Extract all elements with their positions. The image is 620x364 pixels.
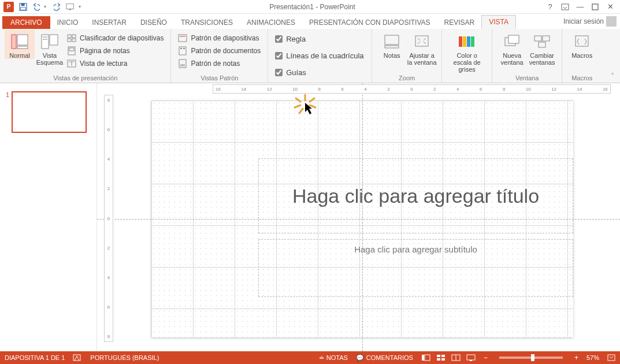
fit-to-window-icon[interactable] xyxy=(607,354,615,361)
undo-icon[interactable] xyxy=(31,2,40,12)
notes-button[interactable]: Notas xyxy=(377,30,407,59)
zoom-out-button[interactable]: − xyxy=(484,354,488,362)
svg-rect-53 xyxy=(437,358,440,361)
fit-window-button[interactable]: Ajustar a la ventana xyxy=(407,30,437,66)
group-label-macros: Macros xyxy=(567,73,597,83)
normal-view-button[interactable]: Normal xyxy=(5,30,35,59)
language-indicator[interactable]: PORTUGUÉS (BRASIL) xyxy=(90,354,159,361)
tab-insert[interactable]: INSERTAR xyxy=(85,16,133,29)
ruler-label: Regla xyxy=(286,35,306,43)
ribbon-display-icon[interactable] xyxy=(560,2,570,12)
slideshow-mode-icon[interactable] xyxy=(466,354,476,362)
normal-mode-icon[interactable] xyxy=(421,354,430,362)
horizontal-ruler[interactable]: 1614121086420246810121416 xyxy=(213,84,611,94)
color-grayscale-button[interactable]: Color o escala de grises xyxy=(447,30,487,73)
svg-rect-17 xyxy=(72,39,76,42)
guides-checkbox[interactable]: Guías xyxy=(273,66,366,79)
new-window-icon xyxy=(503,32,521,51)
svg-rect-26 xyxy=(179,60,186,68)
tab-transitions[interactable]: TRANSICIONES xyxy=(174,16,240,29)
group-label-window: Ventana xyxy=(497,73,557,83)
tab-review[interactable]: REVISAR xyxy=(437,16,482,29)
sign-in[interactable]: Iniciar sesión xyxy=(560,14,620,29)
group-macros: Macros Macros xyxy=(562,29,602,83)
slide-thumbnail-pane[interactable]: 1 xyxy=(0,83,97,351)
redo-icon[interactable] xyxy=(53,2,62,12)
maximize-icon[interactable] xyxy=(590,2,600,12)
notes-toggle[interactable]: ≐ NOTAS xyxy=(319,354,348,362)
svg-rect-50 xyxy=(425,355,430,361)
notes-master-button[interactable]: Patrón de notas xyxy=(176,58,263,69)
svg-rect-57 xyxy=(467,355,475,360)
save-icon[interactable] xyxy=(18,2,28,12)
ruler-tick: 4 xyxy=(107,157,110,162)
svg-rect-21 xyxy=(179,35,187,42)
zoom-slider[interactable] xyxy=(499,356,563,359)
title-placeholder[interactable]: Haga clic para agregar título xyxy=(258,158,573,233)
slide-sorter-icon xyxy=(67,34,76,43)
zoom-slider-knob[interactable] xyxy=(531,354,534,361)
gridlines-checkbox[interactable]: Líneas de la cuadrícula xyxy=(273,49,366,62)
handout-master-button[interactable]: Patrón de documentos xyxy=(176,45,263,57)
tab-home[interactable]: INICIO xyxy=(50,16,86,29)
outline-view-button[interactable]: Vista Esquema xyxy=(35,30,65,66)
slide-edit-area: 1614121086420246810121416 864202468 Haga… xyxy=(97,83,620,351)
help-icon[interactable]: ? xyxy=(545,2,555,12)
ruler-checkbox[interactable]: Regla xyxy=(273,32,366,46)
slide-thumbnail[interactable]: 1 xyxy=(6,91,91,133)
new-window-button[interactable]: Nueva ventana xyxy=(497,30,527,66)
zoom-in-button[interactable]: + xyxy=(574,354,578,362)
svg-rect-31 xyxy=(415,36,428,46)
notes-page-button[interactable]: Página de notas xyxy=(65,45,166,57)
reading-mode-icon[interactable] xyxy=(451,354,461,362)
ruler-tick: 6 xyxy=(107,304,110,310)
close-icon[interactable]: ✕ xyxy=(605,2,615,12)
reading-view-button[interactable]: Vista de lectura xyxy=(65,58,166,69)
slide-count[interactable]: DIAPOSITIVA 1 DE 1 xyxy=(5,354,65,361)
comments-toggle-label: COMENTARIOS xyxy=(366,354,413,361)
slide-number: 1 xyxy=(6,91,9,133)
slide-sorter-button[interactable]: Clasificador de diapositivas xyxy=(65,32,166,44)
svg-rect-52 xyxy=(441,355,445,357)
undo-dropdown-icon[interactable]: ▾ xyxy=(44,4,50,9)
ribbon-tabs: ARCHIVO INICIO INSERTAR DISEÑO TRANSICIO… xyxy=(0,14,620,29)
tab-animations[interactable]: ANIMACIONES xyxy=(240,16,302,29)
sorter-mode-icon[interactable] xyxy=(436,354,445,362)
vertical-ruler[interactable]: 864202468 xyxy=(104,95,113,342)
macros-button[interactable]: Macros xyxy=(567,30,597,59)
tab-design[interactable]: DISEÑO xyxy=(133,16,174,29)
svg-rect-3 xyxy=(66,3,73,9)
ruler-tick: 8 xyxy=(107,98,110,103)
svg-rect-7 xyxy=(12,35,16,49)
minimize-icon[interactable]: — xyxy=(575,2,585,12)
zoom-percentage[interactable]: 57% xyxy=(586,354,599,361)
svg-rect-32 xyxy=(459,36,462,47)
new-window-label: Nueva ventana xyxy=(497,52,527,66)
slide-master-button[interactable]: Patrón de diapositivas xyxy=(176,32,263,44)
guides-checkbox-input[interactable] xyxy=(275,69,283,76)
collapse-ribbon-icon[interactable]: ˄ xyxy=(608,72,617,80)
svg-rect-35 xyxy=(471,36,474,47)
group-label-zoom: Zoom xyxy=(377,73,437,83)
svg-rect-38 xyxy=(534,36,541,41)
slide-thumbnail-image[interactable] xyxy=(12,91,87,133)
ruler-tick: 2 xyxy=(107,246,110,251)
tab-file[interactable]: ARCHIVO xyxy=(2,16,50,29)
svg-rect-15 xyxy=(72,35,76,38)
start-from-beginning-icon[interactable] xyxy=(66,2,75,12)
tab-slideshow[interactable]: PRESENTACIÓN CON DIAPOSITIVAS xyxy=(302,16,437,29)
spell-check-icon[interactable] xyxy=(73,354,82,362)
tab-view[interactable]: VISTA xyxy=(481,15,516,29)
horizontal-guide[interactable] xyxy=(97,219,620,220)
qat-customize-icon[interactable]: ▾ xyxy=(79,4,84,9)
ruler-checkbox-input[interactable] xyxy=(275,35,283,43)
svg-rect-24 xyxy=(180,48,182,49)
svg-rect-34 xyxy=(467,36,470,47)
comments-toggle[interactable]: 💬 COMENTARIOS xyxy=(356,354,413,362)
subtitle-placeholder[interactable]: Haga clic para agregar subtítulo xyxy=(258,239,573,297)
ruler-tick: 6 xyxy=(480,87,482,92)
gridlines-checkbox-input[interactable] xyxy=(275,52,283,60)
ruler-tick: 16 xyxy=(216,87,221,92)
notes-label: Notas xyxy=(377,52,407,59)
switch-windows-button[interactable]: Cambiar ventanas xyxy=(527,30,557,66)
